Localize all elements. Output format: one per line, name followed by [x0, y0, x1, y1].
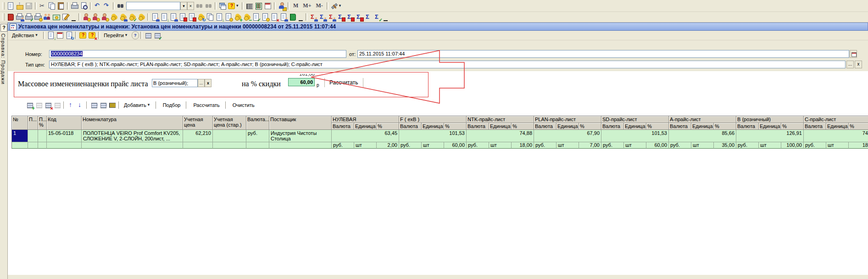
redo-icon[interactable] [103, 2, 111, 10]
reread-document-icon[interactable] [65, 31, 73, 39]
combo-clear-button[interactable]: x [205, 79, 211, 87]
goto-button[interactable]: Перейти [101, 31, 132, 39]
cancel-doc-icon[interactable] [270, 13, 278, 21]
search-input[interactable] [126, 2, 180, 10]
group-unit-cell[interactable]: шт [624, 142, 646, 149]
print-preview-icon[interactable] [80, 2, 88, 10]
search-clear-icon[interactable]: × [187, 2, 194, 10]
cut-icon[interactable] [39, 2, 47, 10]
calculate-button[interactable]: Рассчитать [189, 101, 223, 109]
user-permissions-icon[interactable] [278, 2, 286, 10]
combo-more-button[interactable]: ... [198, 79, 205, 87]
pick-button[interactable]: Подбор [159, 101, 185, 109]
group-unit-cell[interactable]: шт [691, 142, 714, 149]
toolbar-overflow[interactable] [72, 13, 76, 21]
price-type-combo-value[interactable]: В (розничный); [152, 79, 198, 87]
group-discount-cell[interactable]: 2,00 [377, 142, 399, 149]
group-currency-cell[interactable]: руб. [804, 142, 826, 149]
group-currency-cell[interactable]: руб. [332, 142, 354, 149]
help-tab-button[interactable]: ? [0, 24, 7, 32]
set-supplier-prices-icon[interactable] [169, 13, 178, 21]
approve-doc-icon[interactable] [252, 13, 260, 21]
chevron-down-icon[interactable] [236, 3, 240, 9]
clear-button[interactable]: Очистить [228, 101, 259, 109]
find-next-icon[interactable] [205, 2, 213, 10]
table-cell[interactable] [47, 142, 82, 149]
price-register-icon[interactable] [289, 13, 297, 21]
price-types-field[interactable]: НУЛЕВАЯ; F ( exB ); NTK-прайс-лист; PLAN… [49, 61, 846, 68]
memory-plus-button[interactable]: M+ [300, 2, 313, 9]
row-number-cell[interactable]: 1 [12, 130, 28, 142]
markups-icon[interactable] [128, 13, 136, 21]
toolbar-grip[interactable] [2, 13, 5, 21]
print-pricelist-icon[interactable] [34, 13, 42, 21]
chevron-down-icon[interactable] [339, 3, 343, 9]
toolbar-overflow[interactable] [299, 13, 303, 21]
edit-report-icon[interactable] [61, 13, 70, 21]
open-icon[interactable] [16, 2, 24, 10]
write-document-icon[interactable] [47, 31, 55, 39]
documents-journal-icon[interactable] [6, 13, 15, 21]
group-unit-cell[interactable]: шт [354, 142, 377, 149]
price-change-doc-icon[interactable] [178, 13, 187, 21]
group-price-cell[interactable]: 74, [804, 130, 868, 142]
sort-descending-icon[interactable] [99, 101, 107, 109]
date-field[interactable]: 25.11.2015 11:07:44 [357, 50, 849, 58]
set-customer-prices-icon[interactable] [151, 13, 159, 21]
group-price-cell[interactable]: 101,53 [601, 130, 669, 142]
print-order-icon[interactable] [25, 13, 33, 21]
group-unit-cell[interactable]: шт [759, 142, 781, 149]
number-field[interactable]: 00000008234 [49, 50, 346, 58]
group-price-cell[interactable]: 101,53 [399, 130, 467, 142]
totals-list-icon[interactable] [364, 13, 373, 21]
currency-cell[interactable]: руб. [246, 130, 269, 142]
actions-button[interactable]: Действия [10, 31, 42, 39]
totals-flag3-icon[interactable] [355, 13, 363, 21]
discount-field[interactable]: 60,00 [288, 78, 315, 86]
group-discount-cell[interactable]: 18,00 [512, 142, 534, 149]
prices-icon[interactable] [110, 13, 118, 21]
group-currency-cell[interactable]: руб. [669, 142, 691, 149]
calendar-icon[interactable] [264, 2, 272, 10]
memory-minus-button[interactable]: M- [314, 2, 325, 9]
save-icon[interactable] [25, 2, 33, 10]
table-cell[interactable] [246, 142, 269, 149]
service-panel-label[interactable]: Справка: Продажи [0, 33, 6, 84]
table-cell[interactable] [38, 130, 47, 142]
contractor-prices-icon[interactable] [100, 13, 109, 21]
table-cell[interactable] [28, 130, 38, 142]
copy-prices-icon[interactable] [206, 13, 214, 21]
help-button[interactable]: ? [132, 31, 139, 39]
group-unit-cell[interactable]: шт [556, 142, 579, 149]
windows-icon[interactable] [218, 2, 227, 10]
table-cell[interactable] [38, 142, 47, 149]
paste-icon[interactable] [57, 2, 65, 10]
group-unit-cell[interactable]: шт [826, 142, 849, 149]
nomenclature-cell[interactable]: ПОЛОТЕНЦА VEIRO Prof Comfort KV205, СЛОЖ… [82, 130, 183, 142]
group-price-cell[interactable]: 67,90 [534, 130, 601, 142]
table-cell[interactable] [213, 142, 246, 149]
calculator-icon[interactable] [255, 2, 263, 10]
copy-row-icon[interactable] [35, 101, 43, 109]
totals-flag2-icon[interactable] [346, 13, 354, 21]
counterparties-icon[interactable] [43, 13, 51, 21]
group-discount-cell[interactable]: 7,00 [579, 142, 601, 149]
price-types-icon[interactable] [119, 13, 127, 21]
service-settings-icon[interactable] [330, 2, 339, 10]
supplier-cell[interactable]: Индустрия Чистоты Столица [269, 130, 332, 142]
group-unit-cell[interactable]: шт [489, 142, 512, 149]
markup-change-doc-icon[interactable] [188, 13, 196, 21]
date-picker-button[interactable] [850, 50, 857, 58]
group-discount-cell[interactable]: 60,00 [646, 142, 669, 149]
add-prices-icon[interactable] [234, 13, 242, 21]
structure-report-icon[interactable] [79, 31, 87, 39]
totals-by-supplier-icon[interactable] [318, 13, 327, 21]
annotation-calc-button[interactable]: Рассчитать [324, 78, 363, 87]
group-price-cell[interactable]: 74,88 [467, 130, 534, 142]
group-unit-cell[interactable]: шт [422, 142, 444, 149]
totals-by-customer-icon[interactable] [309, 13, 317, 21]
doc-prices-icon[interactable] [261, 13, 269, 21]
doc-person-icon[interactable] [279, 13, 288, 21]
code-cell[interactable]: 15-05-0118 [47, 130, 82, 142]
discounts-icon[interactable] [137, 13, 145, 21]
